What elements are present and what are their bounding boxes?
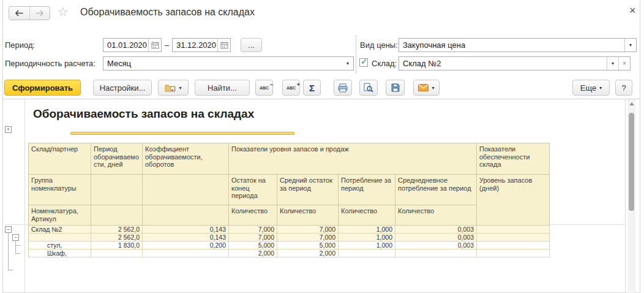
header-cell [91, 175, 143, 205]
sum-button[interactable]: Σ [303, 80, 321, 96]
data-cell[interactable]: 2 562,0 [91, 234, 143, 242]
period-options-button[interactable]: ... [241, 38, 262, 52]
help-button[interactable]: ? [615, 80, 632, 96]
chevron-down-icon: ▾ [432, 85, 434, 91]
data-cell[interactable]: 2,000 [229, 249, 277, 257]
data-cell[interactable] [477, 249, 550, 257]
tree-line [15, 253, 20, 254]
data-cell[interactable] [339, 249, 395, 257]
warehouse-checkbox[interactable]: ✓ [359, 58, 368, 67]
price-type-value[interactable]: Закупочная цена [399, 40, 624, 50]
clear-icon[interactable]: × [618, 57, 630, 70]
chevron-down-icon[interactable]: ▾ [607, 57, 618, 70]
data-cell[interactable]: 1,000 [339, 226, 395, 234]
forward-button[interactable] [30, 7, 50, 20]
data-cell[interactable]: 5,000 [277, 242, 339, 249]
report-title: Оборачиваемость запасов на складах [33, 107, 254, 121]
tree-line [8, 270, 13, 270]
data-cell[interactable]: 0,143 [143, 226, 229, 234]
data-cell[interactable]: 0,003 [395, 242, 477, 249]
period-from-value[interactable]: 01.01.2020 [103, 40, 148, 50]
periodicity-value[interactable]: Месяц [103, 59, 342, 68]
data-cell[interactable]: 0,003 [395, 234, 477, 242]
data-cell[interactable] [477, 226, 550, 234]
scrollbar-thumb[interactable] [629, 113, 634, 211]
data-cell[interactable]: 2,000 [277, 249, 339, 257]
data-cell[interactable]: 7,000 [229, 226, 277, 234]
save-button[interactable] [386, 80, 405, 96]
generate-button[interactable]: Сформировать [4, 80, 81, 96]
folder-report-icon [165, 83, 176, 92]
data-cell[interactable] [143, 249, 229, 257]
scroll-up-icon[interactable] [629, 102, 634, 105]
tree-line [15, 241, 16, 254]
data-cell[interactable] [91, 249, 143, 257]
tree-line [8, 233, 9, 270]
header-cell: Склад/партнер [29, 143, 91, 175]
data-cell[interactable]: 7,000 [277, 226, 339, 234]
period-to-value[interactable]: 31.12.2020 [173, 40, 217, 50]
data-cell[interactable]: 1 830,0 [91, 242, 143, 249]
tree-line [15, 245, 20, 246]
data-cell[interactable] [477, 242, 550, 249]
check-icon: ✓ [361, 56, 368, 66]
preview-button[interactable] [359, 80, 378, 96]
send-mail-button[interactable]: ▾ [413, 80, 440, 96]
settings-label: Настройки... [100, 83, 146, 93]
data-cell[interactable]: Шкаф, [29, 249, 91, 257]
price-type-combo[interactable]: Закупочная цена ▾ [399, 38, 637, 52]
close-icon[interactable]: × [629, 5, 636, 16]
group-expander-warehouse[interactable]: − [5, 226, 12, 233]
data-cell[interactable]: стул, [29, 242, 91, 249]
chevron-down-icon[interactable]: ▾ [342, 57, 353, 70]
chevron-down-icon[interactable]: ▾ [624, 39, 636, 51]
print-button[interactable] [334, 80, 352, 96]
window-left-border [2, 0, 3, 293]
data-cell[interactable]: 5,000 [229, 242, 277, 249]
help-label: ? [621, 83, 626, 93]
favorite-star-icon[interactable]: ☆ [58, 5, 69, 18]
toolbar-separator [3, 99, 640, 99]
settings-button[interactable]: Настройки... [93, 80, 152, 96]
periodicity-combo[interactable]: Месяц ▾ [103, 56, 354, 70]
report-title-underline [70, 132, 294, 135]
data-cell[interactable]: Склад №2 [29, 226, 91, 234]
abc-plus-icon: ABC+ [286, 86, 296, 90]
data-cell[interactable]: 7,000 [277, 234, 339, 242]
data-cell[interactable]: 7,000 [229, 234, 277, 242]
find-button[interactable]: Найти... [195, 80, 250, 96]
nav-button-group [9, 6, 50, 20]
warehouse-value[interactable]: Склад №2 [399, 59, 607, 68]
header-cell: Уровень запасов (дней) [477, 175, 550, 226]
more-button[interactable]: Еще ▾ [572, 80, 610, 96]
data-cell[interactable]: 1,000 [339, 242, 395, 249]
period-from-input[interactable]: 01.01.2020 [103, 38, 162, 52]
data-cell[interactable] [29, 234, 91, 242]
data-cell[interactable]: 2 562,0 [91, 226, 143, 234]
data-cell[interactable]: 0,003 [395, 226, 477, 234]
header-cell: Коэффициент оборачиваемости, оборотов [143, 143, 229, 175]
generate-label: Сформировать [12, 83, 73, 93]
data-cell[interactable]: 0,143 [143, 234, 229, 242]
header-cell: Показатели уровня запасов и продаж [229, 143, 477, 175]
report-variants-button[interactable]: ▾ [158, 80, 189, 96]
header-cell [91, 205, 143, 226]
data-cell[interactable] [477, 234, 550, 242]
report-header-expander[interactable]: + [5, 126, 12, 133]
calendar-icon[interactable] [148, 39, 161, 51]
preview-icon [364, 83, 373, 93]
warehouse-combo[interactable]: Склад №2 ▾ × [399, 56, 631, 70]
calendar-icon[interactable] [217, 39, 230, 51]
back-button[interactable] [9, 7, 30, 20]
floppy-save-icon [391, 83, 400, 92]
collapse-groups-button[interactable]: ABC− [255, 80, 273, 96]
header-cell [143, 205, 229, 226]
header-cell: Средний остаток за период [277, 175, 339, 205]
group-expander-nomenclature[interactable]: − [12, 234, 19, 241]
report-table: Склад/партнер Период оборачиваемости, дн… [28, 143, 550, 257]
data-cell[interactable]: 0,200 [143, 242, 229, 249]
data-cell[interactable] [395, 249, 477, 257]
data-cell[interactable]: 1,000 [339, 234, 395, 242]
expand-groups-button[interactable]: ABC+ [282, 80, 300, 96]
period-to-input[interactable]: 31.12.2020 [172, 38, 231, 52]
